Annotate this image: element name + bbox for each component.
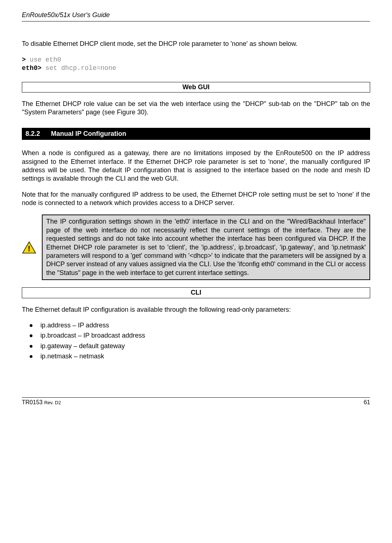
parameter-list: ● ip.address – IP address ● ip.broadcast…: [22, 321, 370, 361]
list-item: ● ip.gateway – default gateway: [29, 342, 370, 350]
list-item-text: ip.gateway – default gateway: [40, 342, 125, 350]
bullet-icon: ●: [29, 342, 33, 350]
web-gui-text: The Ethernet DHCP role value can be set …: [22, 100, 370, 117]
section-heading: 8.2.2Manual IP Configuration: [22, 128, 370, 140]
warning-icon: !: [22, 215, 42, 280]
code-prompt: eth0>: [22, 64, 41, 72]
paragraph: When a node is configured as a gateway, …: [22, 149, 370, 183]
list-item: ● ip.netmask – netmask: [29, 352, 370, 361]
list-item-text: ip.broadcast – IP broadcast address: [40, 331, 145, 340]
bullet-icon: ●: [29, 331, 33, 340]
section-title: Manual IP Configuration: [51, 130, 126, 137]
bullet-icon: ●: [29, 352, 33, 361]
bullet-icon: ●: [29, 321, 33, 330]
warning-box: ! The IP configuration settings shown in…: [22, 215, 370, 280]
code-prompt: >: [22, 56, 26, 63]
cli-text: The Ethernet default IP configuration is…: [22, 306, 370, 314]
page-number: 61: [364, 399, 370, 406]
code-command: use eth0: [26, 56, 61, 63]
list-item-text: ip.address – IP address: [40, 321, 109, 330]
page-footer: TR0153 Rev. D2 61: [22, 397, 370, 406]
intro-paragraph: To disable Ethernet DHCP client mode, se…: [22, 40, 370, 48]
cli-header: CLI: [22, 287, 370, 298]
document-header: EnRoute50x/51x User's Guide: [22, 11, 370, 21]
list-item: ● ip.address – IP address: [29, 321, 370, 330]
svg-text:!: !: [28, 244, 30, 253]
list-item-text: ip.netmask – netmask: [40, 352, 104, 361]
code-command: set dhcp.role=none: [41, 64, 116, 72]
code-block: > use eth0 eth0> set dhcp.role=none: [22, 56, 370, 73]
paragraph: Note that for the manually configured IP…: [22, 190, 370, 208]
warning-text: The IP configuration settings shown in t…: [42, 215, 370, 280]
doc-number: TR0153: [22, 399, 44, 405]
list-item: ● ip.broadcast – IP broadcast address: [29, 331, 370, 340]
web-gui-header: Web GUI: [22, 82, 370, 93]
revision: Rev. D2: [44, 400, 61, 405]
footer-doc-id: TR0153 Rev. D2: [22, 399, 61, 406]
section-number: 8.2.2: [25, 130, 40, 137]
